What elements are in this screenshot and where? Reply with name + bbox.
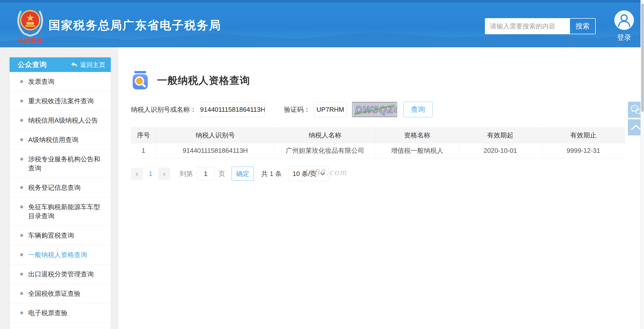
main-content: 一般纳税人资格查询 纳税人识别号或名称： 验证码： DW3QZC 查询 序号 纳… xyxy=(118,47,644,329)
back-home-link[interactable]: 返回主页 xyxy=(71,61,105,69)
sidebar-item-national-tax-receipt-check[interactable]: 全国税收票证查验 xyxy=(10,284,111,303)
pagination-bar: ‹ 1 › 到第 页 确定 共 1 条 10 条/页 1688.com xyxy=(131,166,644,181)
query-form: 纳税人识别号或名称： 验证码： DW3QZC 查询 xyxy=(131,102,644,117)
sidebar-item-e-tax-ticket-check[interactable]: 电子税票查验 xyxy=(10,303,111,322)
goto-prefix-label: 到第 xyxy=(180,169,193,178)
captcha-label: 验证码： xyxy=(284,105,310,114)
cell-seq: 1 xyxy=(131,143,156,158)
cell-valid-from: 2020-10-01 xyxy=(459,143,542,158)
query-button[interactable]: 查询 xyxy=(403,102,433,117)
page-title: 一般纳税人资格查询 xyxy=(157,74,250,87)
captcha-image[interactable]: DW3QZC xyxy=(352,102,397,117)
taxpayer-id-label: 纳税人识别号或名称： xyxy=(131,105,196,114)
top-strip xyxy=(0,0,644,3)
login-button[interactable]: 登录 xyxy=(614,10,635,42)
sidebar-item-tax-service-agency-query[interactable]: 涉税专业服务机构公告和查询 xyxy=(10,149,111,178)
page-scrollbar[interactable] xyxy=(640,0,644,329)
taxpayer-id-input[interactable] xyxy=(200,102,265,117)
next-page-button[interactable]: › xyxy=(158,168,170,180)
goto-suffix-label: 页 xyxy=(219,169,225,178)
sidebar-menu: 发票查询 重大税收违法案件查询 纳税信用A级纳税人公告 A级纳税信用查询 涉税专… xyxy=(10,72,111,329)
sidebar-item-export-rebate-query[interactable]: 出口退税分类管理查询 xyxy=(10,264,111,284)
cell-taxpayer-name: 广州妲莱玫化妆品有限公司 xyxy=(274,143,376,158)
sidebar-item-invoice-query[interactable]: 发票查询 xyxy=(10,72,111,91)
back-home-label: 返回主页 xyxy=(80,61,105,69)
sidebar-item-nev-catalog-query[interactable]: 免征车购税新能源车车型目录查询 xyxy=(10,197,111,226)
total-count-label: 共 1 条 xyxy=(261,169,282,178)
col-taxpayer-id: 纳税人识别号 xyxy=(156,128,274,143)
goto-confirm-button[interactable]: 确定 xyxy=(232,167,254,181)
prev-page-button[interactable]: ‹ xyxy=(131,168,143,180)
page-size-select[interactable]: 10 条/页 xyxy=(288,166,329,181)
sidebar-item-major-tax-violation-query[interactable]: 重大税收违法案件查询 xyxy=(10,91,111,111)
app-header: 中国税务 国家税务总局广东省电子税务局 搜索 登录 xyxy=(0,3,644,47)
scrollbar-thumb[interactable] xyxy=(641,4,644,112)
sidebar-item-grade-a-credit-query[interactable]: A级纳税信用查询 xyxy=(10,130,111,149)
cell-valid-to: 9999-12-31 xyxy=(542,143,625,158)
login-label: 登录 xyxy=(614,33,635,42)
page-number-1[interactable]: 1 xyxy=(143,170,158,178)
wechat-icon xyxy=(630,104,642,115)
col-valid-from: 有效期起 xyxy=(459,128,542,143)
sidebar-title: 公众查询 xyxy=(18,60,47,69)
sidebar-header: 公众查询 返回主页 xyxy=(10,57,111,72)
col-qualification: 资格名称 xyxy=(376,128,459,143)
sidebar-item-tax-registration-query[interactable]: 税务登记信息查询 xyxy=(10,178,111,197)
header-search: 搜索 xyxy=(485,18,596,34)
chevron-down-icon xyxy=(320,172,325,175)
public-query-sidebar: 公众查询 返回主页 发票查询 重大税收违法案件查询 纳税信用A级纳税人公告 A级… xyxy=(10,57,111,329)
search-button[interactable]: 搜索 xyxy=(569,18,596,34)
page-title-row: 一般纳税人资格查询 xyxy=(131,70,644,90)
sidebar-item-tax-receipt-authenticity-check[interactable]: 税收票证真伪查验 xyxy=(10,322,111,329)
query-box-icon xyxy=(131,70,150,90)
result-table: 序号 纳税人识别号 纳税人名称 资格名称 有效期起 有效期止 1 9144011… xyxy=(131,127,625,158)
cell-taxpayer-id: 91440111581864113H xyxy=(156,143,274,158)
logo-caption: 中国税务 xyxy=(14,37,47,45)
national-emblem-icon xyxy=(15,6,46,37)
back-arrow-icon xyxy=(71,62,78,68)
sidebar-item-vehicle-purchase-tax-query[interactable]: 车辆购置税查询 xyxy=(10,226,111,245)
cell-qualification: 增值税一般纳税人 xyxy=(376,143,459,158)
chevron-up-icon xyxy=(630,124,642,131)
table-header-row: 序号 纳税人识别号 纳税人名称 资格名称 有效期起 有效期止 xyxy=(131,128,625,143)
col-valid-to: 有效期止 xyxy=(542,128,625,143)
site-title: 国家税务总局广东省电子税务局 xyxy=(49,18,221,33)
col-taxpayer-name: 纳税人名称 xyxy=(274,128,376,143)
table-row: 1 91440111581864113H 广州妲莱玫化妆品有限公司 增值税一般纳… xyxy=(131,143,625,158)
tax-bureau-logo: 中国税务 xyxy=(14,6,47,45)
goto-page-input[interactable] xyxy=(197,167,214,180)
user-avatar-icon xyxy=(614,10,634,30)
captcha-input[interactable] xyxy=(314,102,347,117)
sidebar-item-grade-a-taxpayer-announcement[interactable]: 纳税信用A级纳税人公告 xyxy=(10,111,111,130)
col-seq: 序号 xyxy=(131,128,156,143)
page-size-value: 10 条/页 xyxy=(293,169,316,178)
sidebar-item-general-taxpayer-query[interactable]: 一般纳税人资格查询 xyxy=(10,245,111,264)
search-input[interactable] xyxy=(485,18,569,34)
